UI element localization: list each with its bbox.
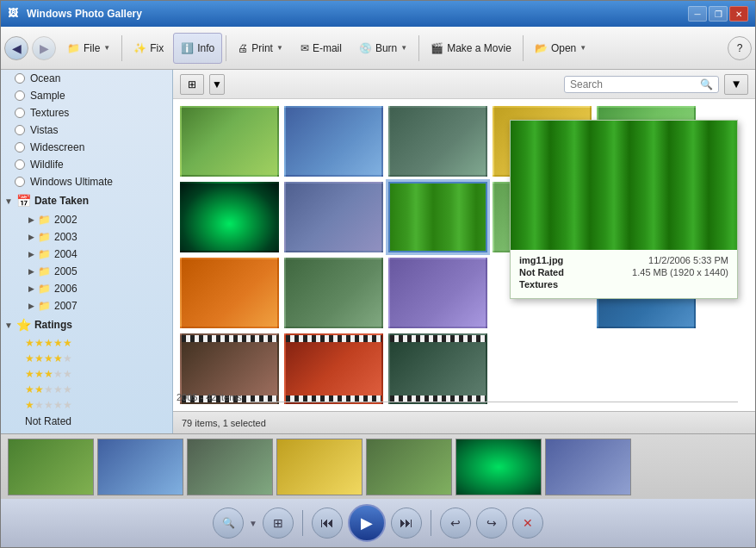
forward-button[interactable]: ▶ (32, 36, 56, 60)
dot-icon (15, 142, 25, 153)
sidebar-year-2006[interactable]: ▶ 📁 2006 (1, 280, 172, 297)
file-button[interactable]: 📁 File ▼ (59, 33, 118, 64)
strip-thumb[interactable] (276, 439, 363, 495)
photo-thumb[interactable] (180, 258, 279, 328)
back-button[interactable]: ◀ (4, 36, 28, 60)
sub-arrow-icon: ▶ (28, 233, 34, 241)
separator-4 (523, 35, 524, 61)
sidebar-rating-4[interactable]: ★★★★★ (1, 351, 172, 366)
view-dropdown-button[interactable]: ▼ (209, 74, 225, 95)
separator-1 (121, 35, 122, 61)
tooltip-category: Textures (519, 279, 558, 290)
grid-view-button[interactable]: ⊞ (263, 508, 294, 539)
app-icon: 🖼 (8, 7, 22, 21)
strip-thumb[interactable] (8, 439, 94, 495)
play-button[interactable]: ▶ (348, 504, 386, 542)
sidebar-rating-5[interactable]: ★★★★★ (1, 335, 172, 351)
status-text: 79 items, 1 selected (182, 418, 266, 428)
info-icon: ℹ️ (181, 42, 194, 54)
sidebar-year-2002[interactable]: ▶ 📁 2002 (1, 211, 172, 228)
burn-arrow: ▼ (400, 44, 407, 52)
strip-thumb[interactable] (545, 439, 631, 495)
minimize-button[interactable]: ─ (688, 6, 707, 22)
tooltip-image (511, 121, 737, 250)
sidebar-rating-3[interactable]: ★★★★★ (1, 366, 172, 382)
photo-thumb[interactable] (284, 106, 383, 177)
redo-button[interactable]: ↪ (476, 508, 507, 539)
email-button[interactable]: ✉ E-mail (293, 33, 350, 64)
sub-arrow-icon: ▶ (28, 215, 34, 224)
bottom-controls: 🔍 ▼ ⊞ ⏮ ▶ ⏭ ↩ ↪ ✕ (1, 499, 755, 547)
burn-button[interactable]: 💿 Burn ▼ (351, 33, 415, 64)
expand-arrow-icon: ▼ (4, 196, 13, 206)
controls-separator (302, 510, 303, 536)
info-button[interactable]: ℹ️ Info (173, 33, 222, 64)
folder-icon: 📁 (38, 248, 51, 260)
open-button[interactable]: 📂 Open ▼ (527, 33, 594, 64)
view-mode-button[interactable]: ⊞ (180, 74, 204, 95)
movie-button[interactable]: 🎬 Make a Movie (423, 33, 519, 64)
group-label: 2005 - 42 items (177, 392, 242, 402)
separator-2 (226, 35, 226, 61)
group-divider (251, 402, 738, 402)
titlebar-buttons: ─ ❐ ✕ (688, 6, 748, 22)
help-button[interactable]: ? (728, 36, 752, 60)
strip-thumb[interactable] (97, 439, 183, 495)
fix-button[interactable]: ✨ Fix (126, 33, 171, 64)
sidebar-rating-1[interactable]: ★★★★★ (1, 397, 172, 413)
sidebar-rating-2[interactable]: ★★★★★ (1, 382, 172, 397)
photo-row-4 (180, 333, 748, 404)
search-input[interactable] (570, 78, 700, 90)
file-arrow: ▼ (103, 44, 110, 52)
search-dropdown-button[interactable]: ▼ (724, 74, 748, 95)
photo-thumb-film[interactable] (284, 333, 383, 404)
email-icon: ✉ (301, 42, 309, 54)
next-button[interactable]: ⏭ (391, 508, 422, 539)
strip-thumb[interactable] (455, 439, 542, 495)
sub-arrow-icon: ▶ (28, 284, 34, 293)
sidebar-section-ratings[interactable]: ▼ ⭐ Ratings (1, 314, 172, 335)
sidebar-item-sample[interactable]: Sample (1, 87, 172, 104)
sidebar-section-date-taken[interactable]: ▼ 📅 Date Taken (1, 190, 172, 211)
sidebar-year-2003[interactable]: ▶ 📁 2003 (1, 228, 172, 246)
undo-button[interactable]: ↩ (440, 508, 471, 539)
strip-thumb[interactable] (366, 439, 452, 495)
help-icon: ? (737, 42, 743, 54)
sidebar-year-2004[interactable]: ▶ 📁 2004 (1, 246, 172, 263)
print-button[interactable]: 🖨 Print ▼ (230, 33, 291, 64)
sidebar-year-2007[interactable]: ▶ 📁 2007 (1, 297, 172, 314)
photo-thumb-aurora[interactable] (180, 182, 279, 252)
sidebar-item-widescreen[interactable]: Widescreen (1, 139, 172, 156)
photo-thumb[interactable] (284, 258, 383, 328)
photo-thumb[interactable] (388, 258, 487, 328)
sidebar-item-textures[interactable]: Textures (1, 104, 172, 121)
photo-thumb[interactable] (284, 182, 383, 252)
sidebar-item-windows-ultimate[interactable]: Windows Ultimate (1, 173, 172, 190)
strip-thumb[interactable] (187, 439, 273, 495)
photo-thumb[interactable] (388, 106, 487, 177)
close-button[interactable]: ✕ (729, 6, 748, 22)
main-window: 🖼 Windows Photo Gallery ─ ❐ ✕ ◀ ▶ 📁 File… (0, 0, 756, 548)
tooltip-size: 1.45 MB (1920 x 1440) (632, 267, 728, 277)
previous-button[interactable]: ⏮ (312, 508, 343, 539)
separator-3 (418, 35, 419, 61)
sidebar-item-vistas[interactable]: Vistas (1, 121, 172, 139)
photo-thumb-selected[interactable] (388, 182, 487, 252)
zoom-arrow-icon: ▼ (249, 519, 257, 528)
sub-arrow-icon: ▶ (28, 250, 34, 258)
search-icon[interactable]: 🔍 (700, 78, 713, 90)
sidebar-year-2005[interactable]: ▶ 📁 2005 (1, 263, 172, 280)
folder-icon: 📁 (38, 283, 51, 295)
sidebar-not-rated[interactable]: Not Rated (1, 413, 172, 430)
photo-thumb[interactable] (180, 106, 279, 177)
restore-button[interactable]: ❐ (709, 6, 728, 22)
tooltip-info: img11.jpg 11/2/2006 5:33 PM Not Rated 1.… (511, 250, 737, 298)
sidebar-item-wildlife[interactable]: Wildlife (1, 156, 172, 173)
zoom-button[interactable]: 🔍 (213, 508, 244, 539)
photo-thumb-film[interactable] (388, 333, 487, 404)
tooltip-row-category: Textures (519, 279, 728, 290)
thumb-strip (1, 433, 755, 499)
sidebar-item-ocean[interactable]: Ocean (1, 70, 172, 87)
delete-button[interactable]: ✕ (512, 508, 543, 539)
status-bar: 79 items, 1 selected (173, 411, 755, 433)
